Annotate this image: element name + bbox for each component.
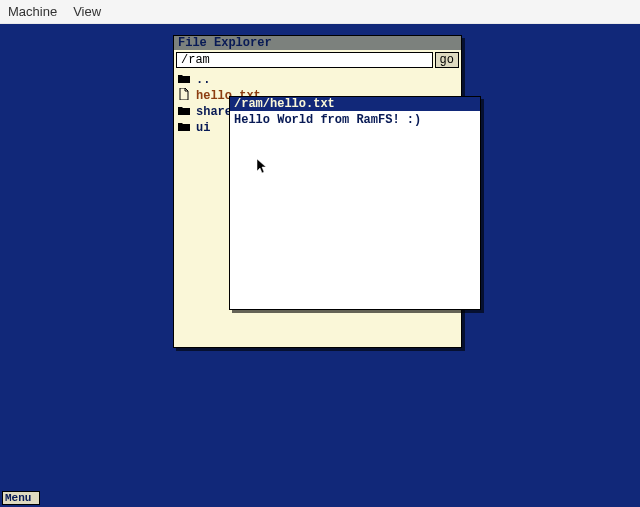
path-row: go	[174, 50, 461, 70]
menu-button[interactable]: Menu	[2, 491, 40, 505]
text-viewer-body: Hello World from RamFS! :)	[230, 111, 480, 309]
folder-icon	[178, 73, 190, 87]
taskbar: Menu	[2, 491, 40, 505]
file-explorer-title: File Explorer	[178, 37, 272, 49]
host-menu-view[interactable]: View	[73, 4, 101, 19]
host-menubar: Machine View	[0, 0, 640, 24]
text-viewer-content: Hello World from RamFS! :)	[234, 113, 421, 127]
file-name: ..	[196, 73, 210, 87]
host-menu-machine[interactable]: Machine	[8, 4, 57, 19]
text-viewer-window: /ram/hello.txt Hello World from RamFS! :…	[229, 96, 481, 310]
text-viewer-title: /ram/hello.txt	[234, 98, 335, 110]
path-input[interactable]	[176, 52, 433, 68]
file-name: share	[196, 105, 232, 119]
folder-icon	[178, 105, 190, 119]
file-name: ui	[196, 121, 210, 135]
text-viewer-titlebar[interactable]: /ram/hello.txt	[230, 97, 480, 111]
desktop: File Explorer go .. hello.txt	[0, 24, 640, 507]
list-item[interactable]: ..	[178, 72, 457, 88]
file-explorer-titlebar[interactable]: File Explorer	[174, 36, 461, 50]
folder-icon	[178, 121, 190, 135]
go-button[interactable]: go	[435, 52, 459, 68]
file-icon	[178, 88, 190, 104]
